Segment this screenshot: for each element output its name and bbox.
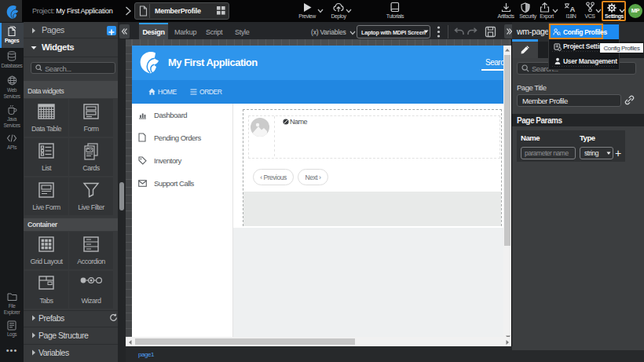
- svg-text:A: A: [570, 5, 576, 13]
